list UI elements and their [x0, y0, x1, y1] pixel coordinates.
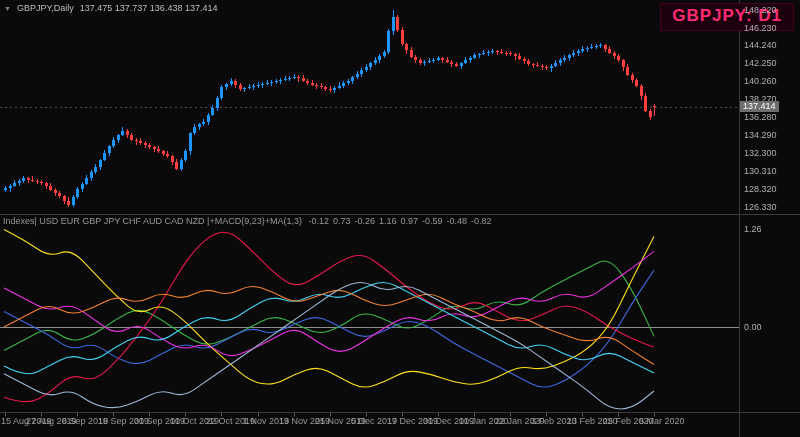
price-tick-label: 144.240: [744, 40, 777, 50]
price-tick-label: 140.260: [744, 76, 777, 86]
ohlc-values: 137.475 137.737 136.438 137.414: [80, 3, 218, 13]
indicator-tick-label: 1.26: [744, 224, 762, 234]
symbol-period-label: GBPJPY,Daily: [17, 3, 74, 13]
indicator-name: Indexes| USD EUR GBP JPY CHF AUD CAD NZD…: [3, 216, 302, 226]
indicator-current-value: -0.26: [354, 216, 375, 226]
price-axis[interactable]: 148.220146.230144.240142.250140.260138.2…: [739, 0, 800, 437]
price-tick-label: 142.250: [744, 58, 777, 68]
indicator-current-value: -0.48: [447, 216, 468, 226]
price-tick-label: 132.300: [744, 148, 777, 158]
indicator-current-value: -0.59: [422, 216, 443, 226]
price-tick-label: 126.330: [744, 202, 777, 212]
indicator-current-value: -0.82: [471, 216, 492, 226]
price-tick-label: 130.310: [744, 166, 777, 176]
indicator-label: Indexes| USD EUR GBP JPY CHF AUD CAD NZD…: [3, 216, 492, 226]
indicator-current-value: 1.16: [379, 216, 397, 226]
indicator-current-value: -0.12: [308, 216, 329, 226]
symbol-icon: ▼: [4, 4, 11, 13]
indicator-current-value: 0.73: [333, 216, 351, 226]
price-tick-label: 148.220: [744, 5, 777, 15]
indicator-tick-label: 0.00: [744, 322, 762, 332]
price-tick-label: 128.320: [744, 184, 777, 194]
price-tick-label: 146.230: [744, 23, 777, 33]
chart-window: ▼ GBPJPY,Daily 137.475 137.737 136.438 1…: [0, 0, 800, 437]
indicator-current-value: 0.97: [401, 216, 419, 226]
date-tick-label: 6 Mar 2020: [639, 416, 685, 426]
price-tick-label: 134.290: [744, 130, 777, 140]
time-axis[interactable]: 15 Aug 201927 Aug 20196 Sep 201918 Sep 2…: [0, 414, 738, 437]
current-price-badge: 137.414: [740, 101, 779, 112]
chart-ohlc-header: ▼ GBPJPY,Daily 137.475 137.737 136.438 1…: [4, 3, 217, 13]
price-tick-label: 136.280: [744, 112, 777, 122]
